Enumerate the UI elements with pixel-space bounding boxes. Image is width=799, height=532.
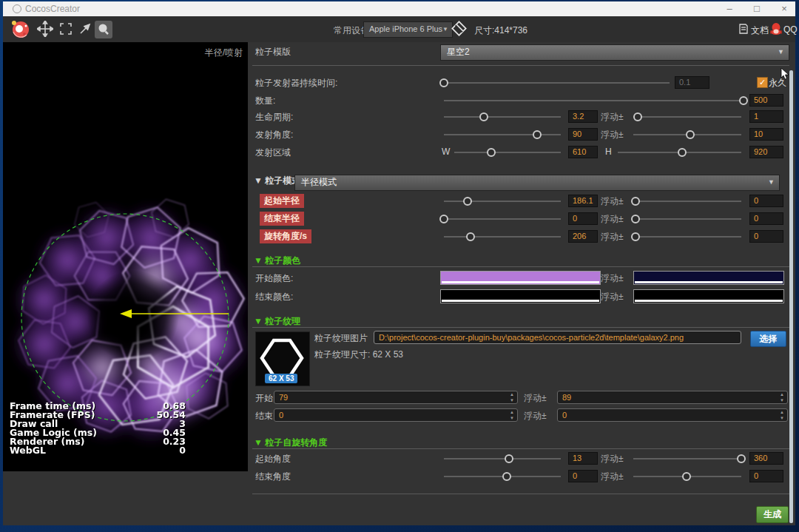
mode-section-header[interactable]: ▼ 粒子模式 bbox=[254, 175, 300, 187]
start-radius-float-slider[interactable] bbox=[633, 201, 741, 202]
spinner-arrows-icon[interactable]: ▲▼ bbox=[778, 391, 786, 403]
mode-dropdown[interactable]: 半径模式 ▼ bbox=[294, 175, 780, 191]
choose-texture-button[interactable]: 选择 bbox=[750, 331, 786, 347]
end-angle-value[interactable]: 0 bbox=[568, 470, 598, 482]
start-radius-float-value[interactable]: 0 bbox=[749, 195, 783, 207]
arrow-tool-icon[interactable] bbox=[77, 21, 95, 38]
life-float-value[interactable]: 1 bbox=[749, 110, 783, 123]
slider-knob[interactable] bbox=[533, 130, 542, 139]
angle-float-slider[interactable] bbox=[633, 134, 741, 135]
end-radius-value[interactable]: 0 bbox=[568, 212, 598, 225]
slider-knob[interactable] bbox=[466, 232, 475, 241]
template-dropdown[interactable]: 星空2 ▼ bbox=[440, 44, 789, 61]
start-color-swatch[interactable] bbox=[440, 271, 601, 285]
spinner-arrows-icon[interactable]: ▲▼ bbox=[508, 409, 516, 421]
area-h-slider[interactable] bbox=[618, 152, 741, 153]
start-color-float-swatch[interactable] bbox=[633, 271, 784, 285]
start-size-float-input[interactable] bbox=[557, 391, 788, 404]
end-size-float-input[interactable] bbox=[557, 408, 788, 422]
slider-knob[interactable] bbox=[487, 148, 496, 157]
device-dropdown[interactable]: Apple iPhone 6 Plus ▼ bbox=[363, 21, 453, 38]
qq-label[interactable]: QQ bbox=[783, 24, 798, 35]
slider-knob[interactable] bbox=[463, 197, 472, 206]
duration-value[interactable]: 0.1 bbox=[675, 76, 709, 89]
template-dropdown-value: 星空2 bbox=[447, 47, 470, 57]
life-slider[interactable] bbox=[444, 116, 561, 118]
slider-knob[interactable] bbox=[631, 215, 640, 223]
start-angle-slider[interactable] bbox=[444, 458, 561, 459]
start-angle-float-slider[interactable] bbox=[633, 458, 741, 459]
rotate-speed-value[interactable]: 206 bbox=[568, 230, 598, 243]
end-radius-float-slider[interactable] bbox=[633, 218, 741, 220]
area-w-value[interactable]: 610 bbox=[568, 146, 598, 158]
frame-select-tool-icon[interactable] bbox=[58, 21, 75, 38]
slider-knob[interactable] bbox=[682, 472, 691, 481]
slider-knob[interactable] bbox=[439, 215, 448, 223]
spin-section-header[interactable]: ▼ 粒子自旋转角度 bbox=[254, 437, 327, 449]
rotate-speed-float-slider[interactable] bbox=[633, 236, 741, 238]
slider-knob[interactable] bbox=[505, 454, 513, 463]
end-color-swatch[interactable] bbox=[440, 289, 601, 303]
end-radius-float-value[interactable]: 0 bbox=[749, 212, 783, 225]
angle-value[interactable]: 90 bbox=[568, 128, 598, 141]
end-size-label: 结束 bbox=[255, 410, 273, 422]
magnifier-tool-icon[interactable] bbox=[95, 21, 112, 38]
end-color-float-swatch[interactable] bbox=[633, 289, 784, 303]
color-section-header[interactable]: ▼ 粒子颜色 bbox=[254, 255, 300, 267]
slider-knob[interactable] bbox=[633, 112, 642, 121]
angle-slider[interactable] bbox=[444, 134, 561, 135]
area-h-label: H bbox=[605, 147, 612, 157]
slider-knob[interactable] bbox=[678, 148, 687, 157]
slider-knob[interactable] bbox=[479, 112, 488, 121]
quantity-slider[interactable] bbox=[444, 100, 744, 101]
slider-knob[interactable] bbox=[631, 232, 640, 241]
particle-preview[interactable]: 半径/喷射 Frame time (ms)0.68 Framerate (FPS… bbox=[3, 42, 248, 471]
texture-section-header[interactable]: ▼ 粒子纹理 bbox=[254, 315, 300, 328]
slider-knob[interactable] bbox=[502, 472, 511, 481]
end-size-input[interactable] bbox=[274, 408, 518, 422]
slider-knob[interactable] bbox=[739, 96, 748, 105]
life-value[interactable]: 3.2 bbox=[568, 110, 598, 123]
texture-path-input[interactable] bbox=[374, 331, 741, 344]
move-tool-icon[interactable] bbox=[37, 21, 55, 38]
slider-knob[interactable] bbox=[631, 197, 640, 206]
maximize-button[interactable]: □ bbox=[744, 1, 769, 16]
start-radius-slider[interactable] bbox=[444, 201, 561, 202]
quantity-value[interactable]: 500 bbox=[749, 94, 783, 107]
end-angle-slider[interactable] bbox=[444, 476, 561, 477]
area-w-slider[interactable] bbox=[454, 152, 561, 153]
area-h-value[interactable]: 920 bbox=[749, 146, 783, 158]
slider-knob[interactable] bbox=[686, 130, 695, 139]
spinner-arrows-icon[interactable]: ▲▼ bbox=[778, 409, 786, 421]
slider-knob[interactable] bbox=[439, 78, 448, 87]
rotate-speed-float-value[interactable]: 0 bbox=[749, 230, 783, 243]
angle-float-value[interactable]: 10 bbox=[749, 128, 783, 141]
alpha-bar bbox=[635, 300, 783, 302]
start-size-input[interactable] bbox=[274, 391, 518, 404]
device-dropdown-value: Apple iPhone 6 Plus bbox=[369, 24, 442, 33]
alpha-bar bbox=[635, 281, 783, 283]
start-angle-float-value[interactable]: 360 bbox=[749, 452, 783, 465]
spinner-arrows-icon[interactable]: ▲▼ bbox=[508, 391, 516, 403]
mode-dropdown-value: 半径模式 bbox=[301, 177, 337, 187]
alpha-bar bbox=[442, 300, 599, 302]
qq-icon[interactable] bbox=[770, 22, 782, 38]
end-angle-float-value[interactable]: 0 bbox=[749, 470, 783, 482]
end-angle-float-slider[interactable] bbox=[633, 476, 741, 477]
title-bar[interactable]: CocosCreator – □ × bbox=[3, 1, 795, 16]
docs-icon[interactable] bbox=[738, 23, 749, 38]
close-button[interactable]: × bbox=[772, 1, 797, 16]
rotate-speed-slider[interactable] bbox=[444, 236, 561, 238]
generate-button[interactable]: 生成 bbox=[756, 506, 789, 523]
end-radius-slider[interactable] bbox=[444, 218, 561, 220]
start-radius-value[interactable]: 186.1 bbox=[568, 195, 598, 207]
minimize-button[interactable]: – bbox=[717, 1, 742, 16]
forever-checkbox[interactable]: ✓ bbox=[757, 77, 768, 88]
slider-knob[interactable] bbox=[737, 454, 746, 463]
life-float-slider[interactable] bbox=[633, 116, 741, 118]
start-angle-value[interactable]: 13 bbox=[568, 452, 598, 465]
vertical-scrollbar[interactable] bbox=[789, 70, 793, 523]
rotate-device-icon[interactable] bbox=[451, 21, 468, 40]
duration-slider[interactable] bbox=[444, 82, 670, 84]
docs-label[interactable]: 文档 bbox=[751, 24, 769, 37]
